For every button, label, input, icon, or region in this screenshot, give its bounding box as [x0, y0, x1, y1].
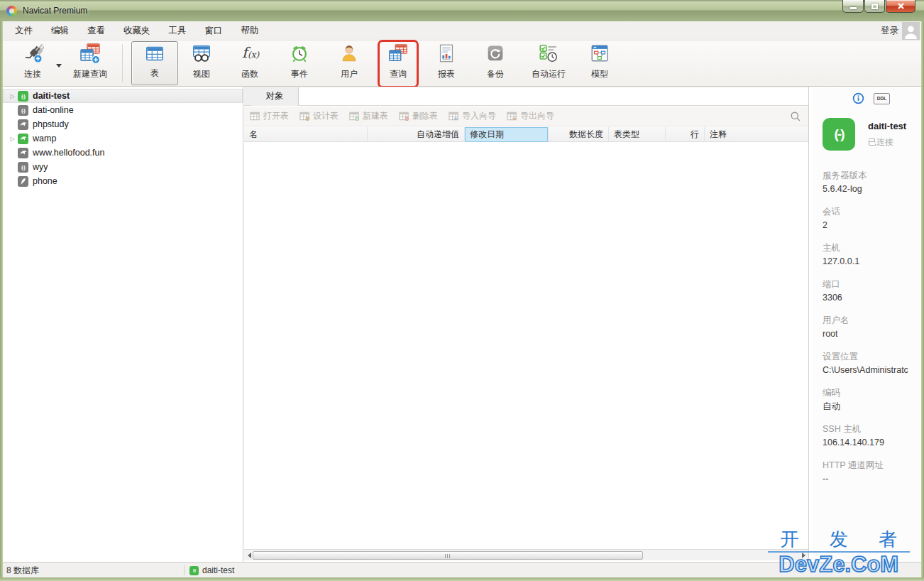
export-wizard-button[interactable]: 导出向导 — [507, 110, 554, 122]
new-table-button[interactable]: 新建表 — [349, 110, 388, 122]
column-auto-increment[interactable]: 自动递增值 — [368, 127, 465, 142]
tree-item-label: wyy — [33, 162, 48, 172]
reports-button[interactable]: 报表 — [422, 41, 471, 85]
mysql-dolphin-icon — [18, 148, 28, 158]
expand-arrow-icon[interactable] — [7, 93, 18, 99]
column-comment[interactable]: 注释 — [705, 127, 808, 142]
menu-view[interactable]: 查看 — [78, 21, 114, 40]
automation-button[interactable]: 自动运行 — [520, 41, 577, 85]
users-label: 用户 — [341, 68, 358, 80]
connection-db-icon — [18, 91, 28, 102]
table-icon — [144, 42, 165, 64]
tree-item-phpstudy[interactable]: phpstudy — [3, 117, 243, 131]
model-button[interactable]: 模型 — [577, 41, 622, 85]
window-frame-left — [0, 21, 3, 581]
info-icon[interactable] — [852, 92, 864, 104]
import-wizard-label: 导入向导 — [462, 110, 496, 122]
connect-dropdown-caret[interactable] — [56, 64, 62, 67]
connection-db-icon-large — [823, 118, 855, 151]
search-icon[interactable] — [790, 111, 801, 125]
connection-status: 已连接 — [868, 136, 893, 148]
column-modify-date[interactable]: 修改日期 — [465, 127, 549, 142]
tree-item-wyy[interactable]: wyy — [3, 160, 243, 174]
menu-edit[interactable]: 编辑 — [42, 21, 78, 40]
toolbar-separator — [122, 44, 123, 82]
functions-button[interactable]: f(x) 函数 — [225, 41, 275, 85]
users-button[interactable]: 用户 — [324, 41, 374, 85]
automation-icon — [538, 42, 559, 65]
table-toolbar: 打开表 设计表 新建表 删除表 导入向导 导出向导 — [244, 107, 808, 126]
model-icon — [589, 42, 610, 65]
query-icon — [387, 42, 409, 65]
tree-item-daiti-test[interactable]: daiti-test — [3, 89, 243, 103]
export-wizard-label: 导出向导 — [520, 110, 554, 122]
panel-divider[interactable] — [808, 87, 809, 562]
tables-button[interactable]: 表 — [131, 41, 178, 85]
column-name[interactable]: 名 — [244, 127, 368, 142]
menu-favorites[interactable]: 收藏夹 — [114, 21, 160, 40]
views-button[interactable]: 视图 — [178, 41, 225, 85]
plug-icon — [21, 42, 44, 65]
svg-text:(x): (x) — [248, 50, 260, 60]
connect-button[interactable]: 连接 — [11, 41, 54, 85]
open-table-button[interactable]: 打开表 — [250, 110, 289, 122]
statusbar-connection: daiti-test — [189, 563, 234, 578]
backup-button[interactable]: 备份 — [471, 41, 520, 85]
tree-item-label: www.hellofood.fun — [33, 148, 104, 158]
tables-label: 表 — [150, 67, 159, 80]
ddl-icon[interactable]: DDL — [874, 93, 890, 104]
property-server-version: 服务器版本 5.6.42-log — [823, 169, 919, 195]
events-button[interactable]: 事件 — [275, 41, 324, 85]
query-button[interactable]: 查询 — [374, 41, 422, 85]
import-wizard-button[interactable]: 导入向导 — [449, 110, 496, 122]
main-content: 对象 打开表 设计表 新建表 删除表 导入向导 — [244, 87, 808, 562]
menu-file[interactable]: 文件 — [6, 21, 42, 40]
delete-table-icon — [399, 111, 409, 121]
tree-item-label: wamp — [33, 134, 56, 143]
scrollbar-thumb[interactable] — [253, 551, 643, 560]
connection-tree: daiti-test dati-online phpstudy wamp www… — [3, 87, 243, 562]
window-frame-bottom — [0, 577, 924, 581]
open-table-label: 打开表 — [263, 110, 289, 122]
function-icon: f(x) — [238, 42, 262, 65]
tree-item-phone[interactable]: phone — [3, 174, 243, 188]
tree-item-hellofood[interactable]: www.hellofood.fun — [3, 146, 243, 160]
login-link[interactable]: 登录 — [881, 21, 898, 40]
design-table-button[interactable]: 设计表 — [299, 110, 339, 122]
alarm-clock-icon — [289, 42, 310, 65]
menu-help[interactable]: 帮助 — [232, 21, 268, 40]
connection-name: daiti-test — [868, 121, 906, 131]
user-avatar[interactable] — [902, 22, 920, 40]
status-bar: 8 数据库 daiti-test — [1, 562, 923, 577]
expand-arrow-icon[interactable] — [7, 136, 18, 142]
views-label: 视图 — [193, 68, 210, 80]
connection-properties: 服务器版本 5.6.42-log 会话 2 主机 127.0.0.1 端口 33… — [823, 169, 919, 495]
tab-objects[interactable]: 对象 — [251, 87, 298, 106]
tree-item-wamp[interactable]: wamp — [3, 131, 243, 146]
import-wizard-icon — [449, 111, 459, 121]
minimize-button[interactable] — [842, 0, 864, 13]
backup-label: 备份 — [487, 68, 504, 80]
column-table-type[interactable]: 表类型 — [609, 127, 666, 142]
connection-db-icon — [18, 105, 28, 116]
menu-window[interactable]: 窗口 — [196, 21, 232, 40]
column-data-length[interactable]: 数据长度 — [549, 127, 609, 142]
property-ssh-host: SSH 主机 106.14.140.179 — [823, 423, 919, 449]
window-title: Navicat Premium — [23, 6, 87, 16]
mysql-dolphin-icon — [18, 134, 28, 144]
maximize-icon — [871, 4, 878, 9]
app-logo-icon — [6, 6, 17, 16]
minimize-icon — [850, 7, 857, 9]
property-port: 端口 3306 — [823, 278, 919, 304]
sqlite-feather-icon — [18, 176, 28, 187]
tree-item-dati-online[interactable]: dati-online — [3, 103, 243, 117]
delete-table-button[interactable]: 删除表 — [399, 110, 438, 122]
column-rows[interactable]: 行 — [666, 127, 705, 142]
menu-tools[interactable]: 工具 — [160, 21, 196, 40]
scroll-right-arrow[interactable] — [799, 551, 808, 560]
horizontal-scrollbar[interactable] — [244, 549, 808, 560]
maximize-button[interactable] — [864, 0, 885, 13]
close-button[interactable] — [886, 0, 915, 13]
new-query-button[interactable]: 新建查询 — [65, 41, 115, 85]
user-icon — [339, 42, 360, 65]
